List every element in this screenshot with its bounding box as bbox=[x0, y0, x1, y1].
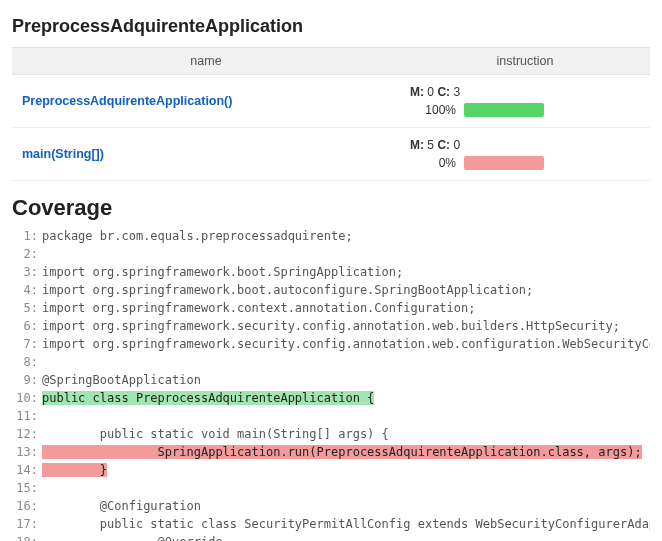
line-number: 10: bbox=[12, 389, 38, 407]
source-line: 2: bbox=[12, 245, 650, 263]
line-number: 12: bbox=[12, 425, 38, 443]
line-number: 14: bbox=[12, 461, 38, 479]
line-number: 16: bbox=[12, 497, 38, 515]
c-value: 3 bbox=[453, 85, 460, 99]
line-number: 18: bbox=[12, 533, 38, 541]
source-line: 12: public static void main(String[] arg… bbox=[12, 425, 650, 443]
method-link[interactable]: PreprocessAdquirenteApplication() bbox=[22, 94, 232, 108]
source-code: public static class SecurityPermitAllCon… bbox=[42, 517, 650, 531]
missed-covered: M: 5 C: 0 bbox=[410, 138, 640, 152]
source-line: 5:import org.springframework.context.ann… bbox=[12, 299, 650, 317]
source-code: import org.springframework.boot.autoconf… bbox=[42, 283, 533, 297]
source-line: 15: bbox=[12, 479, 650, 497]
source-line: 9:@SpringBootApplication bbox=[12, 371, 650, 389]
coverage-heading: Coverage bbox=[12, 195, 650, 221]
source-line: 16: @Configuration bbox=[12, 497, 650, 515]
source-line: 11: bbox=[12, 407, 650, 425]
source-listing: 1:package br.com.equals.preprocessadquir… bbox=[12, 227, 650, 541]
coverage-pct: 100% bbox=[410, 103, 456, 117]
source-line: 8: bbox=[12, 353, 650, 371]
c-label: C: bbox=[437, 85, 450, 99]
line-number: 17: bbox=[12, 515, 38, 533]
source-code: import org.springframework.context.annot… bbox=[42, 301, 475, 315]
source-code: package br.com.equals.preprocessadquiren… bbox=[42, 229, 353, 243]
source-line: 3:import org.springframework.boot.Spring… bbox=[12, 263, 650, 281]
coverage-pct: 0% bbox=[410, 156, 456, 170]
missed-covered: M: 0 C: 3 bbox=[410, 85, 640, 99]
source-code: public class PreprocessAdquirenteApplica… bbox=[42, 391, 374, 405]
source-code: @SpringBootApplication bbox=[42, 373, 201, 387]
source-code: @Override bbox=[42, 535, 223, 541]
source-line: 14: } bbox=[12, 461, 650, 479]
source-line: 17: public static class SecurityPermitAl… bbox=[12, 515, 650, 533]
source-code: } bbox=[42, 463, 107, 477]
source-line: 18: @Override bbox=[12, 533, 650, 541]
source-code: import org.springframework.security.conf… bbox=[42, 337, 650, 351]
source-code: import org.springframework.security.conf… bbox=[42, 319, 620, 333]
line-number: 11: bbox=[12, 407, 38, 425]
c-label: C: bbox=[437, 138, 450, 152]
m-value: 0 bbox=[427, 85, 434, 99]
line-number: 6: bbox=[12, 317, 38, 335]
line-number: 4: bbox=[12, 281, 38, 299]
line-number: 15: bbox=[12, 479, 38, 497]
line-number: 3: bbox=[12, 263, 38, 281]
coverage-bar bbox=[464, 156, 544, 170]
coverage-bar bbox=[464, 103, 544, 117]
source-code: @Configuration bbox=[42, 499, 201, 513]
m-value: 5 bbox=[427, 138, 434, 152]
line-number: 2: bbox=[12, 245, 38, 263]
source-line: 4:import org.springframework.boot.autoco… bbox=[12, 281, 650, 299]
line-number: 5: bbox=[12, 299, 38, 317]
line-number: 8: bbox=[12, 353, 38, 371]
table-row: PreprocessAdquirenteApplication()M: 0 C:… bbox=[12, 75, 650, 128]
line-number: 13: bbox=[12, 443, 38, 461]
col-instruction: instruction bbox=[400, 48, 650, 75]
line-number: 1: bbox=[12, 227, 38, 245]
source-line: 13: SpringApplication.run(PreprocessAdqu… bbox=[12, 443, 650, 461]
line-number: 7: bbox=[12, 335, 38, 353]
coverage-table: name instruction PreprocessAdquirenteApp… bbox=[12, 47, 650, 181]
m-label: M: bbox=[410, 138, 424, 152]
source-line: 10:public class PreprocessAdquirenteAppl… bbox=[12, 389, 650, 407]
source-line: 1:package br.com.equals.preprocessadquir… bbox=[12, 227, 650, 245]
table-row: main(String[])M: 5 C: 00% bbox=[12, 128, 650, 181]
line-number: 9: bbox=[12, 371, 38, 389]
source-code: import org.springframework.boot.SpringAp… bbox=[42, 265, 403, 279]
source-code: SpringApplication.run(PreprocessAdquiren… bbox=[42, 445, 642, 459]
source-line: 6:import org.springframework.security.co… bbox=[12, 317, 650, 335]
col-name: name bbox=[12, 48, 400, 75]
source-code: public static void main(String[] args) { bbox=[42, 427, 389, 441]
source-line: 7:import org.springframework.security.co… bbox=[12, 335, 650, 353]
page-title: PreprocessAdquirenteApplication bbox=[12, 16, 650, 37]
method-link[interactable]: main(String[]) bbox=[22, 147, 104, 161]
m-label: M: bbox=[410, 85, 424, 99]
c-value: 0 bbox=[453, 138, 460, 152]
